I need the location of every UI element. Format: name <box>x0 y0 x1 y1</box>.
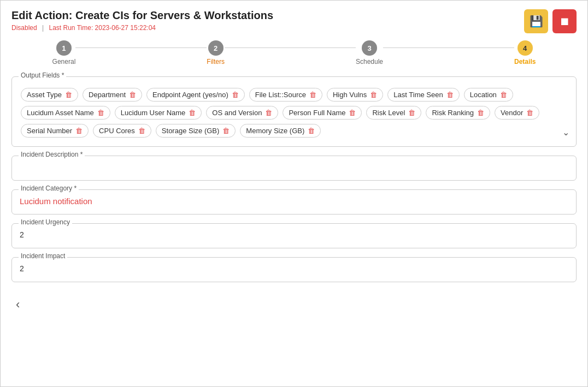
delete-tag-risk-level[interactable]: 🗑 <box>408 109 415 116</box>
step-circle-4: 4 <box>518 40 533 56</box>
tag-vendor: Vendor🗑 <box>495 106 539 120</box>
delete-tag-asset-type[interactable]: 🗑 <box>65 91 72 98</box>
tag-lucidum-asset-name: Lucidum Asset Name🗑 <box>21 106 110 120</box>
step-circle-2: 2 <box>208 40 224 56</box>
delete-tag-endpoint-agent-yes-no-[interactable]: 🗑 <box>232 91 239 98</box>
tag-high-vulns: High Vulns🗑 <box>327 88 383 102</box>
tag-department: Department🗑 <box>83 88 142 102</box>
delete-tag-department[interactable]: 🗑 <box>129 91 136 98</box>
last-run-label: Last Run Time: <box>49 24 93 32</box>
incident-category-value: Lucidum notification <box>20 195 568 209</box>
incident-description-label: Incident Description * <box>19 151 85 158</box>
save-button[interactable]: 💾 <box>524 9 548 33</box>
delete-tag-file-list-source[interactable]: 🗑 <box>309 91 316 98</box>
tag-location: Location🗑 <box>464 88 513 102</box>
step-label-1: General <box>52 58 76 66</box>
step-label-3: Schedule <box>356 58 383 66</box>
separator: | <box>42 24 44 32</box>
tag-memory-size-gb-: Memory Size (GB)🗑 <box>240 124 321 138</box>
step-details[interactable]: 4 Details <box>514 40 536 66</box>
delete-tag-serial-number[interactable]: 🗑 <box>75 127 83 134</box>
tag-storage-size-gb-: Storage Size (GB)🗑 <box>156 124 236 138</box>
delete-tag-vendor[interactable]: 🗑 <box>526 109 533 116</box>
bottom-nav: ‹ <box>11 291 577 318</box>
step-circle-1: 1 <box>56 40 72 56</box>
incident-impact-value: 2 <box>20 263 568 276</box>
step-label-2: Filters <box>207 58 225 66</box>
incident-urgency-value: 2 <box>20 229 568 242</box>
tag-file-list-source: File List::Source🗑 <box>249 88 322 102</box>
incident-category-field[interactable]: Incident Category * Lucidum notification <box>11 189 577 215</box>
tag-last-time-seen: Last Time Seen🗑 <box>387 88 459 102</box>
tag-cpu-cores: CPU Cores🗑 <box>93 124 151 138</box>
delete-tag-memory-size-gb-[interactable]: 🗑 <box>308 127 315 134</box>
back-button[interactable]: ‹ <box>11 295 24 314</box>
tag-risk-level: Risk Level🗑 <box>366 106 421 120</box>
tag-lucidum-user-name: Lucidum User Name🗑 <box>115 106 202 120</box>
delete-tag-lucidum-user-name[interactable]: 🗑 <box>189 109 196 116</box>
stop-button[interactable]: ⏹ <box>552 9 577 33</box>
page-title: Edit Action: Create CIs for Servers & Wo… <box>11 9 577 22</box>
tag-person-full-name: Person Full Name🗑 <box>283 106 362 120</box>
status-disabled: Disabled <box>11 24 37 32</box>
output-fields-legend: Output Fields * <box>19 72 66 79</box>
tag-endpoint-agent-yes-no-: Endpoint Agent (yes/no)🗑 <box>146 88 245 102</box>
output-fields-section: Output Fields * Asset Type🗑Department🗑En… <box>11 76 577 147</box>
incident-category-label: Incident Category * <box>19 184 79 192</box>
incident-urgency-label: Incident Urgency <box>19 218 72 226</box>
delete-tag-storage-size-gb-[interactable]: 🗑 <box>222 127 230 134</box>
tag-serial-number: Serial Number🗑 <box>21 124 89 138</box>
expand-tags-button[interactable]: ⌄ <box>562 127 569 138</box>
tag-risk-ranking: Risk Ranking🗑 <box>426 106 490 120</box>
delete-tag-os-and-version[interactable]: 🗑 <box>265 109 272 116</box>
delete-tag-risk-ranking[interactable]: 🗑 <box>477 109 484 116</box>
stepper: 1 General 2 Filters 3 Schedule 4 Details <box>11 40 577 66</box>
step-line-2 <box>225 47 356 48</box>
delete-tag-cpu-cores[interactable]: 🗑 <box>138 127 145 134</box>
last-run-value-text: 2023-06-27 15:22:04 <box>95 24 156 32</box>
incident-description-value <box>20 162 568 175</box>
delete-tag-person-full-name[interactable]: 🗑 <box>349 109 356 116</box>
step-general[interactable]: 1 General <box>52 40 76 66</box>
incident-description-field[interactable]: Incident Description * <box>11 156 577 181</box>
step-schedule[interactable]: 3 Schedule <box>356 40 383 66</box>
tag-os-and-version: OS and Version🗑 <box>206 106 278 120</box>
tags-container: Asset Type🗑Department🗑Endpoint Agent (ye… <box>21 86 567 138</box>
step-circle-3: 3 <box>362 40 377 56</box>
step-label-4: Details <box>514 58 536 66</box>
step-filters[interactable]: 2 Filters <box>207 40 225 66</box>
delete-tag-lucidum-asset-name[interactable]: 🗑 <box>97 109 104 116</box>
top-actions: 💾 ⏹ <box>524 9 577 33</box>
delete-tag-location[interactable]: 🗑 <box>500 91 507 98</box>
step-line-3 <box>383 47 514 48</box>
delete-tag-high-vulns[interactable]: 🗑 <box>370 91 377 98</box>
tag-asset-type: Asset Type🗑 <box>21 88 78 102</box>
incident-impact-label: Incident Impact <box>19 252 67 260</box>
incident-urgency-field[interactable]: Incident Urgency 2 <box>11 223 577 248</box>
status-bar: Disabled | Last Run Time: 2023-06-27 15:… <box>11 24 577 32</box>
incident-impact-field[interactable]: Incident Impact 2 <box>11 257 577 282</box>
delete-tag-last-time-seen[interactable]: 🗑 <box>446 91 454 98</box>
step-line-1 <box>75 47 207 48</box>
